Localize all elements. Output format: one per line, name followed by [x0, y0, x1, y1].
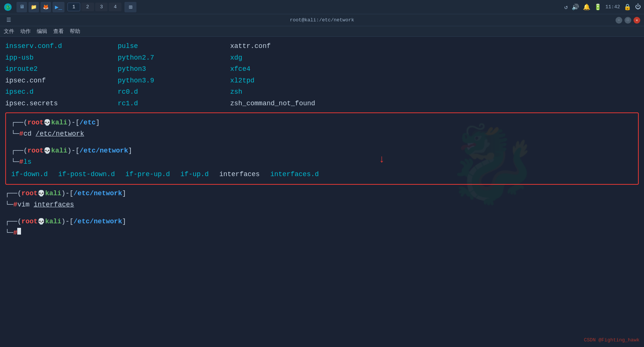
prompt-hash-1: #	[19, 128, 24, 140]
prompt-bracket-dir-4: )-[	[61, 216, 73, 227]
prompt-command-line-3: └─# vim interfaces	[5, 199, 639, 211]
file-col1: insserv.conf.d ipp-usb iproute2 ipsec.co…	[5, 40, 118, 109]
prompt-host-3: kali	[45, 188, 61, 199]
clock: 11:42	[605, 4, 620, 10]
prompt-user-2: root	[27, 145, 43, 157]
prompt-dir-3: /etc/network	[73, 188, 122, 199]
svg-text:🐉: 🐉	[5, 4, 11, 10]
ls-item-ifdownd: if-down.d	[11, 169, 48, 180]
list-item: zsh_command_not_found	[230, 98, 639, 109]
file-listing: insserv.conf.d ipp-usb iproute2 ipsec.co…	[5, 40, 639, 109]
list-item: xattr.conf	[230, 40, 639, 52]
prompt-line-3: ┌──(root💀kali)-[/etc/network]	[5, 188, 639, 199]
prompt-close-bracket-3: ]	[122, 188, 126, 199]
refresh-icon[interactable]: ↺	[564, 3, 568, 11]
menu-edit[interactable]: 编辑	[37, 28, 47, 35]
list-item: xfce4	[230, 63, 639, 75]
ls-output: ↓ if-down.d if-post-down.d if-pre-up.d i…	[11, 169, 633, 180]
highlighted-command-box: ┌──(root💀kali)-[/etc] └─# cd /etc/networ…	[5, 112, 639, 185]
prompt-bracket-top-2: ┌──(	[11, 145, 27, 157]
list-item: xdg	[230, 52, 639, 64]
skull-icon-1: 💀	[43, 118, 51, 128]
volume-icon[interactable]: 🔊	[572, 3, 579, 11]
list-item: ipsec.conf	[5, 75, 118, 87]
taskbar-app-desktop[interactable]: 🖥	[16, 2, 27, 12]
terminal-content: 🐉 insserv.conf.d ipp-usb iproute2 ipsec.…	[0, 37, 644, 347]
prompt-connector-2: └─	[11, 156, 19, 168]
power-icon[interactable]: ⏻	[635, 3, 641, 10]
taskbar: 🐉 🖥 📁 🦊 ▶_ 1 2 3 4 ⊞ ↺ 🔊 🔔 🔋 11:42 🔒 ⏻	[0, 0, 644, 14]
ls-item-ifpostdownd: if-post-down.d	[58, 169, 115, 180]
terminal-controls: – □ ✕	[616, 17, 640, 24]
taskbar-tab-4[interactable]: 4	[109, 3, 121, 11]
kali-logo-icon[interactable]: 🐉	[3, 2, 13, 12]
prompt-line-4: ┌──(root💀kali)-[/etc/network]	[5, 216, 639, 227]
list-item: pulse	[118, 40, 230, 52]
command-text-1: cd /etc/network	[23, 128, 84, 140]
prompt-user-3: root	[21, 188, 37, 199]
list-item: python3.9	[118, 75, 230, 87]
minimize-button[interactable]: –	[616, 17, 622, 24]
prompt-bracket-top-3: ┌──(	[5, 188, 21, 199]
skull-icon-2: 💀	[43, 146, 51, 156]
ls-item-ifpreupd: if-pre-up.d	[125, 169, 170, 180]
prompt-connector-3: └─	[5, 199, 13, 211]
prompt-close-bracket-4: ]	[122, 216, 126, 227]
prompt-dir-1: /etc	[79, 117, 96, 129]
bell-icon[interactable]: 🔔	[583, 3, 590, 11]
menu-help[interactable]: 帮助	[70, 28, 80, 35]
prompt-host-1: kali	[51, 117, 67, 129]
maximize-button[interactable]: □	[625, 17, 631, 24]
list-item: xl2tpd	[230, 75, 639, 87]
list-item: iproute2	[5, 63, 118, 75]
battery-icon[interactable]: 🔋	[594, 3, 602, 11]
terminal-menubar: 文件 动作 编辑 查看 帮助	[0, 26, 644, 37]
list-item: rc0.d	[118, 86, 230, 98]
menu-view[interactable]: 查看	[53, 28, 64, 35]
prompt-command-line-4: └─#	[5, 227, 639, 239]
menu-action[interactable]: 动作	[20, 28, 31, 35]
taskbar-new-terminal[interactable]: ⊞	[124, 2, 136, 12]
prompt-command-line-1: └─# cd /etc/network	[11, 128, 633, 140]
taskbar-tab-1[interactable]: 1	[67, 3, 80, 11]
list-item: ipsec.secrets	[5, 98, 118, 109]
taskbar-right: ↺ 🔊 🔔 🔋 11:42 🔒 ⏻	[564, 3, 641, 11]
prompt-connector-1: └─	[11, 128, 19, 140]
red-arrow-indicator: ↓	[379, 154, 385, 165]
prompt-bracket-top: ┌──(	[11, 117, 27, 129]
ls-item-ifupd: if-up.d	[180, 169, 209, 180]
prompt-bracket-top-4: ┌──(	[5, 216, 21, 227]
list-item: ipp-usb	[5, 52, 118, 64]
list-item: python3	[118, 63, 230, 75]
terminal-menu-icon[interactable]: ☰	[4, 15, 13, 25]
prompt-bracket-dir-3: )-[	[61, 188, 73, 199]
prompt-hash-2: #	[19, 156, 24, 168]
taskbar-app-browser[interactable]: 🦊	[40, 2, 51, 12]
prompt-close-bracket-2: ]	[128, 145, 132, 157]
list-item: insserv.conf.d	[5, 40, 118, 52]
close-button[interactable]: ✕	[634, 17, 640, 24]
skull-icon-4: 💀	[37, 217, 45, 227]
list-item: rc1.d	[118, 98, 230, 109]
lock-icon[interactable]: 🔒	[624, 3, 631, 11]
command-text-3: vim interfaces	[17, 199, 74, 211]
prompt-hash-3: #	[13, 199, 18, 211]
terminal-cursor	[17, 228, 21, 235]
prompt-line-2: ┌──(root💀kali)-[/etc/network]	[11, 145, 633, 157]
prompt-host-2: kali	[51, 145, 67, 157]
prompt-hash-4: #	[13, 227, 18, 239]
taskbar-app-terminal[interactable]: ▶_	[52, 2, 64, 12]
file-col3: xattr.conf xdg xfce4 xl2tpd zsh zsh_comm…	[230, 40, 639, 109]
taskbar-tab-2[interactable]: 2	[81, 3, 94, 11]
csdn-watermark: CSDN @Fighting_hawk	[584, 337, 640, 344]
prompt-dir-2: /etc/network	[79, 145, 128, 157]
terminal-window: ☰ root@kali:/etc/network – □ ✕ 文件 动作 编辑 …	[0, 14, 644, 347]
taskbar-tab-3[interactable]: 3	[95, 3, 108, 11]
taskbar-app-files[interactable]: 📁	[28, 2, 39, 12]
menu-file[interactable]: 文件	[4, 28, 14, 35]
prompt-command-line-2: └─# ls	[11, 156, 633, 168]
terminal-title: root@kali:/etc/network	[290, 17, 354, 23]
prompt-host-4: kali	[45, 216, 61, 227]
prompt-bracket-dir-1: )-[	[67, 117, 79, 129]
prompt-connector-4: └─	[5, 227, 13, 239]
